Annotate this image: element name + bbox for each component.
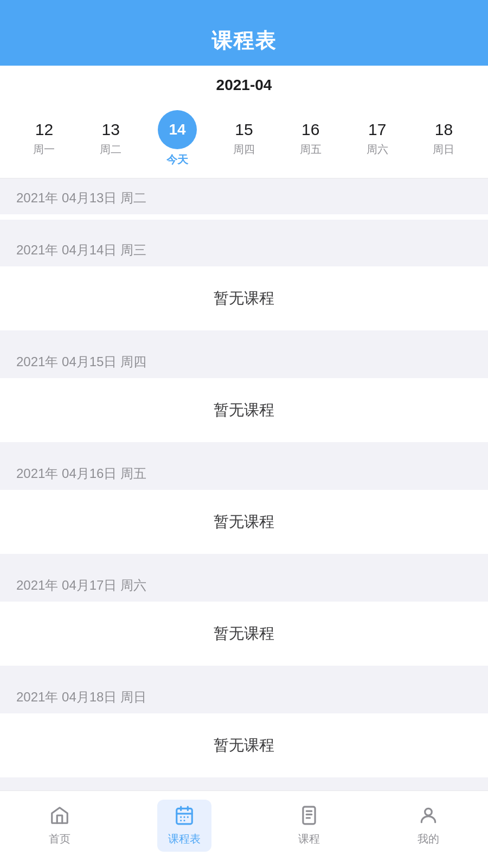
course-empty-label: 暂无课程 [214, 625, 274, 642]
date-header: 2021年 04月18日 周日 [0, 678, 488, 713]
profile-icon [418, 805, 439, 828]
day-item-17[interactable]: 17周六 [350, 120, 404, 157]
home-label: 首页 [49, 832, 70, 846]
date-section-4: 2021年 04月17日 周六暂无课程 [0, 566, 488, 678]
schedule-icon [174, 805, 195, 828]
day-name: 周二 [100, 142, 121, 157]
courses-label: 课程 [298, 832, 320, 846]
month-label: 2021-04 [0, 76, 488, 94]
thin-white-bar [0, 214, 488, 220]
day-name: 周五 [300, 142, 322, 157]
date-section-5: 2021年 04月18日 周日暂无课程 [0, 678, 488, 789]
nav-item-profile[interactable]: 我的 [407, 800, 450, 852]
day-number: 16 [301, 120, 319, 139]
date-divider [0, 555, 488, 566]
svg-point-8 [425, 808, 432, 815]
date-divider [0, 778, 488, 789]
month-bar: 2021-04 12周一13周二14今天15周四16周五17周六18周日 [0, 66, 488, 178]
schedule-content: 2021年 04月13日 周二2021年 04月14日 周三暂无课程2021年 … [0, 178, 488, 790]
day-item-14[interactable]: 14今天 [150, 110, 204, 167]
course-empty-label: 暂无课程 [214, 513, 274, 530]
date-divider [0, 443, 488, 454]
courses-icon [299, 805, 319, 828]
course-card: 暂无课程 [0, 602, 488, 666]
date-section-1: 2021年 04月14日 周三暂无课程 [0, 231, 488, 342]
date-divider [0, 667, 488, 678]
day-item-16[interactable]: 16周五 [284, 120, 338, 157]
course-card: 暂无课程 [0, 378, 488, 442]
day-item-18[interactable]: 18周日 [416, 120, 471, 157]
day-number: 13 [102, 120, 120, 139]
day-number: 18 [435, 120, 453, 139]
date-section-0: 2021年 04月13日 周二 [0, 178, 488, 231]
day-name: 周一 [33, 142, 55, 157]
date-header: 2021年 04月13日 周二 [0, 178, 488, 214]
page-title: 课程表 [211, 29, 277, 52]
bottom-nav: 首页课程表课程我的 [0, 790, 488, 868]
date-divider [0, 220, 488, 231]
day-name: 今天 [166, 152, 188, 167]
date-header: 2021年 04月15日 周四 [0, 342, 488, 378]
course-card: 暂无课程 [0, 490, 488, 554]
date-header: 2021年 04月16日 周五 [0, 454, 488, 490]
course-empty-label: 暂无课程 [214, 401, 274, 418]
nav-item-courses[interactable]: 课程 [287, 800, 331, 852]
course-card: 暂无课程 [0, 266, 488, 330]
app-header: 课程表 [0, 0, 488, 66]
course-card: 暂无课程 [0, 713, 488, 777]
date-header: 2021年 04月17日 周六 [0, 566, 488, 602]
course-empty-label: 暂无课程 [214, 737, 274, 754]
nav-item-schedule[interactable]: 课程表 [157, 800, 211, 852]
date-section-2: 2021年 04月15日 周四暂无课程 [0, 342, 488, 454]
date-section-3: 2021年 04月16日 周五暂无课程 [0, 454, 488, 566]
home-icon [49, 805, 70, 828]
day-number: 12 [35, 120, 53, 139]
profile-label: 我的 [418, 832, 439, 846]
day-name: 周六 [367, 142, 388, 157]
nav-item-home[interactable]: 首页 [38, 800, 81, 852]
date-divider [0, 331, 488, 342]
week-strip: 12周一13周二14今天15周四16周五17周六18周日 [0, 105, 488, 178]
course-empty-label: 暂无课程 [214, 290, 274, 307]
day-number: 15 [235, 120, 253, 139]
schedule-label: 课程表 [168, 832, 201, 846]
day-item-13[interactable]: 13周二 [84, 120, 138, 157]
day-name: 周四 [233, 142, 255, 157]
date-header: 2021年 04月14日 周三 [0, 231, 488, 266]
day-name: 周日 [433, 142, 454, 157]
day-number: 14 [158, 110, 197, 149]
day-item-12[interactable]: 12周一 [17, 120, 71, 157]
day-number: 17 [368, 120, 386, 139]
day-item-15[interactable]: 15周四 [217, 120, 271, 157]
